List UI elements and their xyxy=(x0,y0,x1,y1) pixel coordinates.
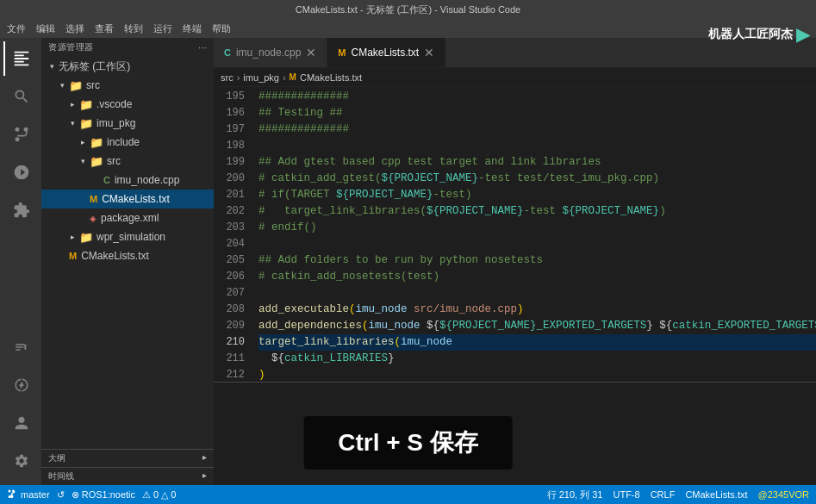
code-line-209: add_dependencies(imu_node ${${PROJECT_NA… xyxy=(259,318,816,334)
ros-status[interactable]: ⊗ ROS1:noetic xyxy=(72,489,135,501)
breadcrumb-imupkg[interactable]: imu_pkg xyxy=(243,72,279,83)
sync-status[interactable]: ↺ xyxy=(57,489,65,501)
breadcrumb-sep1: › xyxy=(237,72,240,83)
line-ending[interactable]: CRLF xyxy=(651,489,676,500)
folder-icon: 📁 xyxy=(90,155,103,168)
code-line-205: ## Add folders to be run by python noset… xyxy=(259,252,816,269)
sidebar-item-src[interactable]: ▾ 📁 src xyxy=(41,76,214,95)
menu-bar: 文件 编辑 选择 查看 转到 运行 终端 帮助 xyxy=(0,19,816,38)
git-branch[interactable]: master xyxy=(7,489,50,500)
imupkg-label: imu_pkg xyxy=(97,117,135,129)
sidebar-item-workspace[interactable]: ▾ 无标签 (工作区) xyxy=(41,57,214,76)
folder-icon: 📁 xyxy=(79,231,93,244)
tab-cmakelists[interactable]: M CMakeLists.txt ✕ xyxy=(327,38,445,67)
sidebar-item-packagexml[interactable]: ◈ package.xml xyxy=(41,208,214,227)
sidebar-tree: ▾ 无标签 (工作区) ▾ 📁 src ▸ 📁 .vscode ▾ 📁 imu_… xyxy=(41,57,214,449)
outline-panel[interactable]: 大纲 ▸ xyxy=(41,449,214,467)
code-content[interactable]: ############## ## Testing ## ###########… xyxy=(252,87,816,382)
menu-file[interactable]: 文件 xyxy=(7,22,26,35)
line-col[interactable]: 行 210, 列 31 xyxy=(547,488,603,501)
sync-icon: ↺ xyxy=(57,489,65,501)
title-text: CMakeLists.txt - 无标签 (工作区) - Visual Stud… xyxy=(296,3,520,16)
tab-close-imunode[interactable]: ✕ xyxy=(306,46,316,59)
ros-text: ⊗ ROS1:noetic xyxy=(72,489,135,501)
breadcrumb-cmakelists[interactable]: CMakeLists.txt xyxy=(300,72,362,83)
menu-terminal[interactable]: 终端 xyxy=(183,22,202,35)
timeline-arrow: ▸ xyxy=(202,470,207,482)
sidebar-item-wprsim[interactable]: ▸ 📁 wpr_simulation xyxy=(41,227,214,246)
code-line-208: add_executable(imu_node src/imu_node.cpp… xyxy=(259,302,816,318)
folder-icon: 📁 xyxy=(69,79,83,92)
cmake-file-icon: M xyxy=(90,194,97,204)
code-editor[interactable]: 195 196 197 198 199 200 201 202 203 204 … xyxy=(214,87,816,382)
chevron-down-icon: ▾ xyxy=(55,81,69,90)
menu-select[interactable]: 选择 xyxy=(65,22,84,35)
code-line-206: # catkin_add_nosetests(test) xyxy=(259,269,816,285)
chevron-down-icon: ▾ xyxy=(65,119,79,128)
ctrl-s-overlay: Ctrl + S 保存 xyxy=(303,416,513,470)
sidebar-title: 资源管理器 xyxy=(48,41,94,53)
tab-close-cmakelists[interactable]: ✕ xyxy=(424,46,434,59)
code-line-196: ## Testing ## xyxy=(259,105,816,121)
csdn-at: @2345VOR xyxy=(758,489,809,500)
activity-bar xyxy=(0,38,41,485)
account-icon[interactable] xyxy=(3,406,38,440)
sidebar: 资源管理器 ··· ▾ 无标签 (工作区) ▾ 📁 src ▸ 📁 .vscod… xyxy=(41,38,214,485)
outline-icon[interactable] xyxy=(3,330,38,364)
cmake-icon: M xyxy=(338,47,346,58)
tab-imunode[interactable]: C imu_node.cpp ✕ xyxy=(214,38,327,67)
encoding[interactable]: UTF-8 xyxy=(613,489,639,500)
breadcrumb: src › imu_pkg › M CMakeLists.txt xyxy=(214,68,816,87)
outline-label: 大纲 xyxy=(48,452,65,464)
code-line-202: # target_link_libraries(${PROJECT_NAME}-… xyxy=(259,203,816,220)
run-debug-icon[interactable] xyxy=(3,155,38,190)
sidebar-item-imunode[interactable]: C imu_node.cpp xyxy=(41,171,214,190)
error-text: ⚠ 0 △ 0 xyxy=(142,489,176,501)
git-branch-name: master xyxy=(21,489,50,500)
sidebar-item-cmakelists-root[interactable]: M CMakeLists.txt xyxy=(41,246,214,265)
chevron-right-icon: ▸ xyxy=(65,100,79,109)
xml-file-icon: ◈ xyxy=(90,214,97,223)
breadcrumb-m-icon: M xyxy=(290,72,296,82)
sidebar-item-vscode[interactable]: ▸ 📁 .vscode xyxy=(41,95,214,114)
cmake-file-icon: M xyxy=(69,251,77,261)
language-mode[interactable]: CMakeLists.txt xyxy=(685,489,747,500)
src-label: src xyxy=(86,79,100,91)
activity-bar-bottom xyxy=(3,330,38,485)
timeline-label: 时间线 xyxy=(48,470,74,482)
code-line-197: ############## xyxy=(259,121,816,138)
extensions-icon[interactable] xyxy=(3,193,38,227)
breadcrumb-src[interactable]: src xyxy=(221,72,234,83)
packagexml-label: package.xml xyxy=(101,212,159,224)
menu-goto[interactable]: 转到 xyxy=(124,22,143,35)
code-line-198 xyxy=(259,138,816,154)
workspace-label: 无标签 (工作区) xyxy=(59,59,130,74)
menu-view[interactable]: 查看 xyxy=(95,22,114,35)
error-count[interactable]: ⚠ 0 △ 0 xyxy=(142,489,176,501)
timeline-icon[interactable] xyxy=(3,368,38,402)
sidebar-menu-button[interactable]: ··· xyxy=(198,43,207,53)
menu-edit[interactable]: 编辑 xyxy=(36,22,55,35)
sidebar-item-imupkg[interactable]: ▾ 📁 imu_pkg xyxy=(41,114,214,133)
source-control-icon[interactable] xyxy=(3,117,38,152)
breadcrumb-sep2: › xyxy=(283,72,286,83)
code-line-210: target_link_libraries(imu_node xyxy=(259,334,816,351)
sidebar-item-src-sub[interactable]: ▾ 📁 src xyxy=(41,152,214,171)
sidebar-item-cmakelists[interactable]: M CMakeLists.txt xyxy=(41,190,214,208)
code-line-200: # catkin_add_gtest(${PROJECT_NAME}-test … xyxy=(259,171,816,187)
explorer-icon[interactable] xyxy=(3,41,38,76)
status-left: master ↺ ⊗ ROS1:noetic ⚠ 0 △ 0 xyxy=(7,489,176,501)
menu-help[interactable]: 帮助 xyxy=(212,22,231,35)
code-line-199: ## Add gtest based cpp test target and l… xyxy=(259,154,816,171)
code-line-201: # if(TARGET ${PROJECT_NAME}-test) xyxy=(259,187,816,203)
cpp-icon: C xyxy=(224,47,231,58)
folder-icon: 📁 xyxy=(79,117,93,130)
sidebar-item-include[interactable]: ▸ 📁 include xyxy=(41,133,214,152)
search-icon[interactable] xyxy=(3,79,38,114)
chevron-right-icon: ▸ xyxy=(65,233,79,241)
chevron-right-icon: ▸ xyxy=(76,138,90,146)
timeline-panel[interactable]: 时间线 ▸ xyxy=(41,467,214,485)
menu-run[interactable]: 运行 xyxy=(153,22,172,35)
outline-arrow: ▸ xyxy=(202,452,207,464)
settings-icon[interactable] xyxy=(3,444,38,478)
